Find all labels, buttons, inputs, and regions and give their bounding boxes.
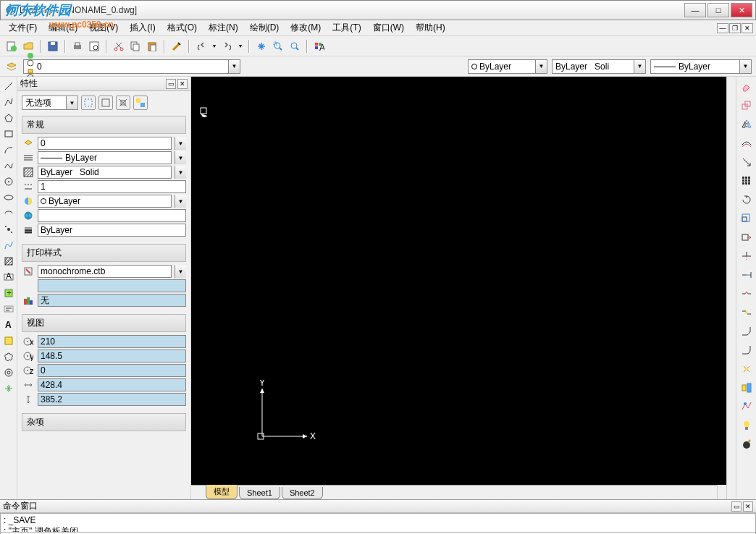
match-icon[interactable] — [169, 39, 184, 54]
prop-lweight-field[interactable]: ByLayer — [38, 224, 186, 237]
offset-icon[interactable] — [739, 136, 754, 151]
hscroll[interactable] — [717, 485, 726, 499]
trim-icon[interactable] — [739, 249, 754, 263]
ring-icon[interactable] — [2, 366, 15, 379]
drawing-area[interactable]: X Y — [191, 77, 726, 485]
prop-pstyle-row2[interactable] — [38, 279, 186, 292]
zoom-window-icon[interactable] — [271, 39, 285, 54]
save-icon[interactable] — [46, 39, 60, 54]
pan-icon[interactable] — [254, 39, 269, 54]
tab-model[interactable]: 模型 — [206, 485, 238, 499]
menu-item[interactable]: 视图(V) — [83, 20, 124, 36]
prop-lscale-input[interactable]: 1 — [38, 180, 186, 193]
note-icon[interactable]: A — [2, 271, 15, 284]
copy-mod-icon[interactable] — [739, 98, 754, 113]
menu-item[interactable]: 格式(O) — [161, 20, 203, 36]
menu-item[interactable]: 标注(N) — [203, 20, 244, 36]
menu-item[interactable]: 编辑(E) — [43, 20, 83, 36]
circle-icon[interactable] — [2, 175, 15, 188]
maximize-button[interactable]: □ — [707, 3, 729, 17]
ellipse-icon[interactable] — [2, 191, 15, 204]
explode-icon[interactable] — [739, 362, 754, 376]
array-icon[interactable] — [739, 174, 754, 188]
linetype-select[interactable]: ByLayer Soli▼ — [552, 59, 646, 74]
edit-pline-icon[interactable] — [739, 399, 754, 414]
sel-tool1-icon[interactable] — [81, 96, 96, 110]
view-h-field[interactable]: 385.2 — [38, 393, 186, 406]
text-icon[interactable] — [2, 302, 15, 315]
cloud-icon[interactable] — [2, 350, 15, 363]
spline-icon[interactable] — [2, 159, 15, 172]
sel-tool3-icon[interactable] — [116, 96, 130, 110]
fillet-icon[interactable] — [739, 343, 754, 357]
tab-sheet2[interactable]: Sheet2 — [282, 487, 323, 499]
color-select[interactable]: ByLayer▼ — [468, 59, 547, 74]
mirror-icon[interactable] — [739, 117, 754, 132]
zoom-icon[interactable] — [287, 39, 302, 54]
move-icon[interactable] — [739, 155, 754, 169]
lineweight-select[interactable]: ByLayer▼ — [650, 59, 752, 74]
prop-color-select[interactable]: ByLayer — [38, 195, 172, 208]
undo-icon[interactable] — [194, 39, 209, 54]
sel-tool2-icon[interactable] — [98, 96, 113, 110]
arc-icon[interactable] — [2, 143, 15, 156]
layer-select[interactable]: 0 ▼ — [23, 59, 240, 74]
print-icon[interactable] — [70, 39, 85, 54]
copy-icon[interactable] — [128, 39, 143, 54]
menu-item[interactable]: 帮助(H) — [410, 20, 451, 36]
cmd-log[interactable]: : _SAVE : "主页" 调色板关闭 — [0, 513, 756, 533]
mdi-close-button[interactable]: ✕ — [742, 23, 753, 33]
extend-icon[interactable] — [739, 268, 754, 282]
paste-icon[interactable] — [145, 39, 159, 54]
view-y-field[interactable]: 148.5 — [38, 349, 186, 363]
redo-icon[interactable] — [220, 39, 235, 54]
preview-icon[interactable] — [87, 39, 101, 54]
align-icon[interactable] — [739, 381, 754, 395]
panel-pin-button[interactable]: ▭ — [166, 79, 176, 89]
scale-icon[interactable] — [739, 211, 754, 226]
hatch-icon[interactable] — [2, 255, 15, 268]
chamfer-icon[interactable] — [739, 324, 754, 339]
menu-item[interactable]: 文件(F) — [3, 20, 43, 36]
minimize-button[interactable]: — — [684, 3, 706, 17]
prop-ltype-select[interactable]: ByLayer — [38, 151, 172, 164]
view-w-field[interactable]: 428.4 — [38, 378, 186, 391]
region-icon[interactable] — [2, 334, 15, 347]
menu-item[interactable]: 工具(T) — [327, 20, 366, 36]
dropdown-icon[interactable]: ▼ — [634, 60, 645, 73]
polygon-icon[interactable] — [2, 111, 15, 124]
mdi-restore-button[interactable]: ❐ — [729, 23, 741, 33]
bomb-icon[interactable] — [739, 437, 754, 452]
menu-item[interactable]: 插入(I) — [124, 20, 161, 36]
prop-hyperlink-input[interactable] — [38, 209, 186, 222]
menu-item[interactable]: 修改(M) — [285, 20, 327, 36]
block-icon[interactable]: + — [2, 287, 15, 300]
selection-filter[interactable]: 无选项▼ — [22, 96, 78, 110]
view-x-field[interactable]: 210 — [38, 335, 186, 348]
mtext-icon[interactable]: A — [2, 318, 15, 331]
light-icon[interactable] — [739, 418, 754, 433]
options-icon[interactable]: A — [312, 39, 327, 54]
undo-dropdown[interactable]: ▾ — [211, 39, 218, 54]
vscroll[interactable] — [726, 77, 736, 499]
view-z-field[interactable]: 0 — [38, 364, 186, 377]
dropdown-icon[interactable]: ▼ — [739, 60, 751, 73]
open-icon[interactable] — [21, 39, 35, 54]
prop-ptable-field[interactable]: 无 — [38, 294, 186, 307]
rectangle-icon[interactable] — [2, 127, 15, 140]
prop-pstyle-select[interactable]: monochrome.ctb — [38, 265, 172, 278]
insert-icon[interactable] — [2, 382, 15, 395]
prop-layer-select[interactable]: 0 — [38, 137, 172, 150]
ellipse-arc-icon[interactable] — [2, 207, 15, 220]
prop-ltype2-select[interactable]: ByLayer Solid — [38, 166, 172, 179]
layers-manager-icon[interactable] — [4, 59, 19, 74]
polyline-icon[interactable] — [2, 96, 15, 109]
point-icon[interactable] — [2, 223, 15, 236]
rotate-icon[interactable] — [739, 192, 754, 207]
line-icon[interactable] — [2, 80, 15, 93]
menu-item[interactable]: 窗口(W) — [367, 20, 410, 36]
stretch-icon[interactable] — [739, 230, 754, 245]
break-icon[interactable] — [739, 287, 754, 301]
close-button[interactable]: ✕ — [731, 3, 752, 17]
menu-item[interactable]: 绘制(D) — [244, 20, 285, 36]
